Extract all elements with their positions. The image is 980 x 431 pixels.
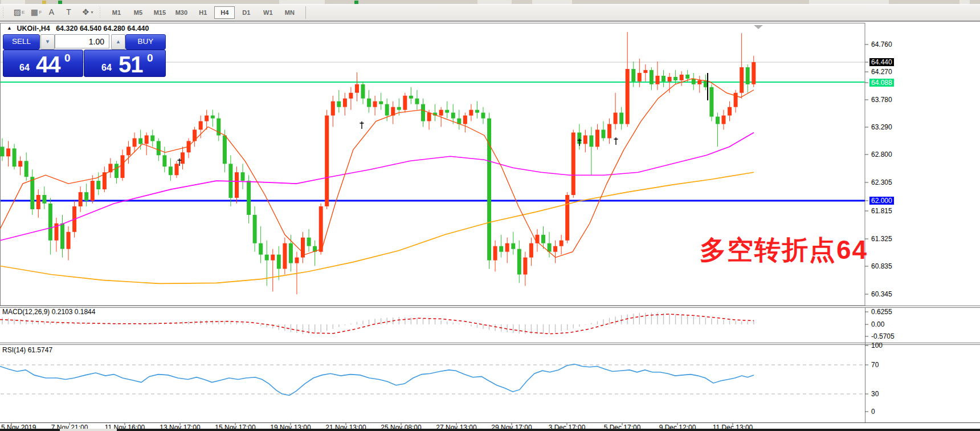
sell-price-pips: 44: [36, 52, 60, 78]
price-tick-label: 61.815: [869, 207, 894, 215]
mt4-window: ▨E▦FAT✥▾ M1M5M15M30H1H4D1W1MN ▲ UKOil-,H…: [0, 0, 980, 431]
price-tick-label: 60.345: [869, 290, 894, 298]
chart-title: ▲ UKOil-,H4 64.320 64.540 64.280 64.440: [7, 25, 149, 32]
price-tick-label: 63.290: [869, 123, 894, 131]
chart-shift-marker: [754, 25, 763, 29]
price-tick-label: 60.835: [869, 262, 894, 270]
price-tick-label: 62.305: [869, 178, 894, 186]
rsi-indicator-label: RSI(14) 61.5747: [2, 346, 52, 354]
volume-input[interactable]: [55, 34, 109, 48]
price-tick-label: 0: [869, 408, 877, 416]
price-tick-label: 100: [869, 341, 884, 349]
price-tick-label: 64.270: [869, 68, 894, 76]
buy-price-pips: 51: [119, 52, 143, 78]
buy-price-point: 0: [147, 52, 153, 64]
price-tick-label: 0.6255: [869, 308, 894, 316]
cursor-mark: [614, 137, 618, 145]
price-label-blue: 62.000: [869, 197, 894, 205]
price-tick-label: 63.780: [869, 96, 894, 104]
price-tick-label: -0.5705: [869, 332, 896, 340]
symbol-title: UKOil-,H4: [17, 25, 50, 32]
sell-button[interactable]: SELL: [3, 34, 40, 50]
price-label-current: 64.440: [869, 58, 894, 66]
cursor-mark: [360, 121, 364, 129]
status-bar-strip: [0, 429, 980, 431]
volume-increase-button[interactable]: ▲: [111, 34, 125, 50]
price-tick-label: 70: [869, 361, 880, 369]
price-label-green: 64.088: [869, 79, 894, 87]
macd-indicator-label: MACD(12,26,9) 0.2103 0.1844: [2, 308, 95, 316]
price-tick-label: 0.00: [869, 320, 886, 328]
buy-price-quote[interactable]: 64 51 0: [84, 50, 166, 77]
volume-decrease-button[interactable]: ▼: [40, 34, 55, 50]
sell-price-major: 64: [19, 63, 30, 73]
buy-button[interactable]: BUY: [125, 34, 166, 50]
sell-price-point: 0: [64, 52, 71, 64]
price-tick-label: 62.800: [869, 151, 894, 158]
buy-price-major: 64: [101, 63, 112, 73]
collapse-triangle-icon[interactable]: ▲: [7, 25, 12, 31]
one-click-trading-panel: SELL ▼ ▲ BUY 64 44 0 64 51 0: [3, 34, 165, 76]
price-tick-label: 64.760: [869, 40, 894, 48]
sell-price-quote[interactable]: 64 44 0: [3, 50, 83, 77]
price-tick-label: 30: [869, 390, 880, 398]
chart-text-annotation: 多空转折点64: [700, 233, 868, 268]
price-tick-label: 61.325: [869, 235, 894, 243]
ohlc-values: 64.320 64.540 64.280 64.440: [56, 25, 149, 32]
